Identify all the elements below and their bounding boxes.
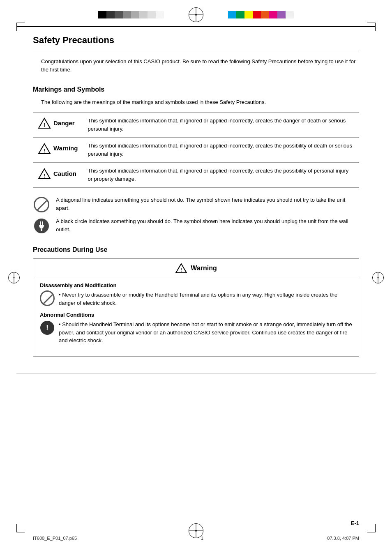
intro-text: Congratulations upon your selection of t… xyxy=(41,58,359,74)
danger-text: Danger xyxy=(53,119,75,128)
nodo-icon-box xyxy=(33,196,50,213)
nodo-text: A diagonal line indicates something you … xyxy=(56,196,359,212)
swatch-r5 xyxy=(269,11,277,18)
symbol-row-plug: A black circle indicates something you s… xyxy=(33,217,359,235)
caution-text: Caution xyxy=(53,169,76,179)
caution-triangle-icon: ! xyxy=(38,168,51,180)
symbols-section: A diagonal line indicates something you … xyxy=(33,196,359,235)
swatch-0 xyxy=(98,11,106,18)
precautions-section: Precautions During Use ! Warning Disasse… xyxy=(33,246,359,357)
swatch-r7 xyxy=(286,11,294,18)
corner-mark-br xyxy=(367,524,376,532)
reg-h-left xyxy=(9,278,19,278)
page-title: Safety Precautions xyxy=(33,35,359,46)
bottom-reg-target xyxy=(189,523,203,538)
plug-text: A black circle indicates something you s… xyxy=(56,217,359,233)
danger-triangle-icon: ! xyxy=(38,117,51,129)
svg-text:!: ! xyxy=(44,173,45,179)
swatch-7 xyxy=(156,11,164,18)
precautions-box: ! Warning Disassembly and Modification •… xyxy=(33,258,359,357)
table-row-danger: ! Danger This symbol indicates informati… xyxy=(33,112,359,137)
swatch-5 xyxy=(139,11,148,18)
svg-rect-7 xyxy=(40,221,41,225)
precautions-warning-icon: ! xyxy=(175,263,187,274)
warning-triangle-icon: ! xyxy=(38,143,51,154)
danger-label: ! Danger xyxy=(38,117,75,129)
precautions-content: Disassembly and Modification • Never try… xyxy=(33,278,359,345)
reg-target-h xyxy=(189,15,203,15)
disassembly-title: Disassembly and Modification xyxy=(40,282,352,288)
disassembly-text: • Never try to disassemble or modify the… xyxy=(59,291,352,307)
swatch-4 xyxy=(131,11,139,18)
symbol-row-nodo: A diagonal line indicates something you … xyxy=(33,196,359,213)
precaution-disassembly: Disassembly and Modification • Never try… xyxy=(40,282,352,307)
footer-left: IT600_E_P01_07.p65 xyxy=(33,536,77,541)
markings-title: Markings and Symbols xyxy=(33,86,359,93)
svg-rect-9 xyxy=(41,229,42,231)
swatch-r3 xyxy=(253,11,261,18)
page: Safety Precautions Congratulations upon … xyxy=(0,0,392,555)
main-content: Safety Precautions Congratulations upon … xyxy=(0,27,392,373)
svg-text:!: ! xyxy=(180,267,182,273)
caution-label: ! Caution xyxy=(38,168,76,180)
corner-mark-bl xyxy=(16,524,25,532)
bottom-bar: IT600_E_P01_07.p65 1 07.3.8, 4:07 PM xyxy=(0,536,392,541)
bottom-border-line xyxy=(16,373,376,373)
swatch-r4 xyxy=(261,11,269,18)
swatch-1 xyxy=(106,11,115,18)
reg-circle-right xyxy=(372,272,384,283)
warning-text: Warning xyxy=(53,144,78,153)
swatch-3 xyxy=(123,11,131,18)
disassembly-item: • Never try to disassemble or modify the… xyxy=(40,291,352,307)
disassembly-desc: Never try to disassemble or modify the H… xyxy=(59,292,337,306)
precautions-header: ! Warning xyxy=(33,259,359,278)
title-rule xyxy=(33,50,359,50)
excl-circle-icon: ! xyxy=(40,321,54,335)
abnormal-icon-box: ! xyxy=(40,320,55,335)
side-reg-left xyxy=(8,272,20,283)
disassembly-icon-box xyxy=(40,291,55,306)
swatch-r1 xyxy=(236,11,244,18)
abnormal-desc: Should the Handheld Terminal and its opt… xyxy=(59,321,352,343)
disassembly-bullet: • xyxy=(59,292,62,298)
markings-intro: The following are the meanings of the ma… xyxy=(41,98,359,106)
swatch-2 xyxy=(115,11,123,18)
plug-icon xyxy=(34,218,49,234)
color-bar-left xyxy=(98,11,164,18)
table-row-caution: ! Caution This symbol indicates informat… xyxy=(33,163,359,188)
top-bar xyxy=(0,0,392,26)
danger-symbol-cell: ! Danger xyxy=(33,112,83,137)
color-bar-right xyxy=(228,11,294,18)
top-reg-target xyxy=(189,7,203,22)
precautions-title: Precautions During Use xyxy=(33,246,359,253)
svg-rect-8 xyxy=(42,221,43,225)
caution-symbol-cell: ! Caution xyxy=(33,163,83,188)
warning-desc: This symbol indicates information that, … xyxy=(83,137,359,162)
abnormal-bullet: • xyxy=(59,321,62,327)
plug-icon-box xyxy=(33,217,50,235)
svg-text:!: ! xyxy=(44,147,45,154)
precaution-abnormal: Abnormal Conditions ! • Should the Handh… xyxy=(40,312,352,345)
table-row-warning: ! Warning This symbol indicates informat… xyxy=(33,137,359,162)
abnormal-title: Abnormal Conditions xyxy=(40,312,352,318)
warning-symbol-cell: ! Warning xyxy=(33,137,83,162)
page-number: E-1 xyxy=(351,520,359,526)
warning-label: ! Warning xyxy=(38,143,78,154)
markings-table: ! Danger This symbol indicates informati… xyxy=(33,112,359,188)
bottom-reg-h xyxy=(189,531,203,531)
reg-circle-left xyxy=(8,272,20,283)
swatch-r2 xyxy=(244,11,253,18)
caution-desc: This symbol indicates information that, … xyxy=(83,163,359,188)
reg-h-right xyxy=(373,278,383,278)
disassembly-no-do-icon xyxy=(40,290,55,306)
swatch-r6 xyxy=(277,11,286,18)
swatch-6 xyxy=(148,11,156,18)
precautions-warning-label: Warning xyxy=(191,265,217,272)
side-reg-right xyxy=(372,272,384,283)
footer-right: 07.3.8, 4:07 PM xyxy=(327,536,359,541)
abnormal-item: ! • Should the Handheld Terminal and its… xyxy=(40,320,352,345)
no-do-icon xyxy=(34,197,49,212)
danger-desc: This symbol indicates information that, … xyxy=(83,112,359,137)
swatch-r0 xyxy=(228,11,236,18)
abnormal-text: • Should the Handheld Terminal and its o… xyxy=(59,320,352,345)
